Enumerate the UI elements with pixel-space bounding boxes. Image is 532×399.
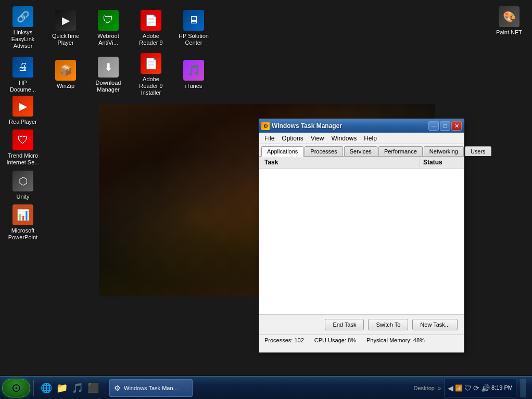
taskbar-app-icon: ⚙ xyxy=(114,384,121,392)
download-manager-icon: ⬇ xyxy=(98,57,119,78)
linksys-label: Linksys EasyLink Advisor xyxy=(6,29,40,50)
end-task-button[interactable]: End Task xyxy=(325,319,364,330)
new-task-button[interactable]: New Task... xyxy=(412,319,458,330)
menu-windows[interactable]: Windows xyxy=(328,134,360,143)
close-button[interactable]: ✕ xyxy=(451,121,462,131)
menu-help[interactable]: Help xyxy=(361,134,380,143)
tray-volume-icon[interactable]: 🔊 xyxy=(481,384,490,392)
start-orb: ⊙ xyxy=(11,381,21,395)
winzip-icon: 📦 xyxy=(55,60,76,81)
desktop-icon-linksys[interactable]: 🔗 Linksys EasyLink Advisor xyxy=(4,4,42,52)
adobe9-installer-icon: 📄 xyxy=(141,53,161,74)
taskbar-explorer-icon[interactable]: 📁 xyxy=(55,381,69,395)
maximize-button[interactable]: □ xyxy=(440,121,450,131)
task-table-header: Task Status xyxy=(259,157,464,169)
desktop-icon-trendmicro[interactable]: 🛡 Trend Micro Internet Se... xyxy=(4,127,42,168)
trendmicro-label: Trend Micro Internet Se... xyxy=(6,152,40,166)
desktop-icon-quicktime[interactable]: ▶ QuickTime Player xyxy=(47,4,84,52)
paint-net-label: Paint.NET xyxy=(496,29,522,36)
adobe9-installer-label: Adobe Reader 9 Installer xyxy=(134,76,168,97)
desktop-icons-row1: 🔗 Linksys EasyLink Advisor ▶ QuickTime P… xyxy=(4,4,259,52)
task-manager-titlebar[interactable]: ⚙ Windows Task Manager ─ □ ✕ xyxy=(259,119,464,133)
taskbar-desktop-label[interactable]: Desktop xyxy=(414,385,435,391)
desktop-icon-itunes[interactable]: 🎵 iTunes xyxy=(175,51,212,99)
desktop-icons-row2: 🖨 HP Docume... 📦 WinZip ⬇ Download Manag… xyxy=(4,51,217,99)
task-manager-window: ⚙ Windows Task Manager ─ □ ✕ File Option… xyxy=(259,119,464,353)
task-manager-app-icon: ⚙ xyxy=(261,122,270,130)
desktop-icon-unity[interactable]: ⬡ Unity xyxy=(4,169,42,202)
desktop-icon-powerpoint[interactable]: 📊 Microsoft PowerPoint xyxy=(4,202,42,243)
quicktime-icon: ▶ xyxy=(55,10,76,31)
desktop-icons-col1: ▶ RealPlayer 🛡 Trend Micro Internet Se..… xyxy=(4,94,42,243)
taskbar-chevron[interactable]: » xyxy=(438,385,441,391)
show-desktop-button[interactable] xyxy=(521,379,526,397)
task-manager-title: Windows Task Manager xyxy=(272,122,426,130)
tab-services[interactable]: Services xyxy=(344,146,377,156)
tab-users[interactable]: Users xyxy=(465,146,491,156)
taskbar-app-label: Windows Task Man... xyxy=(124,385,178,391)
desktop-icon-paint-net[interactable]: 🎨 Paint.NET xyxy=(490,4,528,38)
desktop-icon-webroot[interactable]: 🛡 Webroot AntiVi... xyxy=(90,4,127,52)
taskbar-ie-icon[interactable]: 🌐 xyxy=(39,381,54,395)
trendmicro-icon: 🛡 xyxy=(12,130,33,150)
tab-performance[interactable]: Performance xyxy=(378,146,423,156)
system-tray: ◀ 📶 🛡 ⟳ 🔊 8:19 PM xyxy=(444,379,516,397)
taskbar: ⊙ 🌐 📁 🎵 ⬛ ⚙ Windows Task Man... Desktop … xyxy=(0,376,532,399)
quicktime-label: QuickTime Player xyxy=(49,33,82,46)
unity-icon: ⬡ xyxy=(12,171,33,191)
paint-net-icon: 🎨 xyxy=(499,6,520,27)
desktop-icon-adobe-reader[interactable]: 📄 Adobe Reader 9 xyxy=(132,4,170,52)
taskbar-quick-launch: 🌐 📁 🎵 ⬛ xyxy=(37,381,103,395)
processes-count: Processes: 102 xyxy=(264,337,304,343)
tray-arrow-icon[interactable]: ◀ xyxy=(448,384,453,392)
tab-processes[interactable]: Processes xyxy=(305,146,343,156)
tray-network-icon[interactable]: 📶 xyxy=(455,384,463,392)
task-manager-statusbar: Processes: 102 CPU Usage: 8% Physical Me… xyxy=(259,334,464,345)
taskbar-divider-1 xyxy=(33,380,34,396)
window-controls: ─ □ ✕ xyxy=(428,121,462,131)
tab-networking[interactable]: Networking xyxy=(424,146,464,156)
desktop: 🔗 Linksys EasyLink Advisor ▶ QuickTime P… xyxy=(0,0,532,376)
desktop-icon-realplayer[interactable]: ▶ RealPlayer xyxy=(4,94,42,127)
desktop-icon-winzip[interactable]: 📦 WinZip xyxy=(47,51,84,99)
taskbar-task-manager-app[interactable]: ⚙ Windows Task Man... xyxy=(109,379,193,397)
minimize-button[interactable]: ─ xyxy=(428,121,439,131)
realplayer-label: RealPlayer xyxy=(9,119,37,125)
download-manager-label: Download Manager xyxy=(92,80,125,93)
adobe-reader-label: Adobe Reader 9 xyxy=(134,33,168,46)
webroot-icon: 🛡 xyxy=(98,10,119,31)
taskbar-extra-icon[interactable]: ⬛ xyxy=(86,381,100,395)
winzip-label: WinZip xyxy=(57,83,74,89)
task-list[interactable] xyxy=(259,169,464,314)
tray-antivirus-icon[interactable]: 🛡 xyxy=(464,384,472,392)
itunes-label: iTunes xyxy=(185,83,202,89)
tray-update-icon[interactable]: ⟳ xyxy=(473,384,479,392)
powerpoint-label: Microsoft PowerPoint xyxy=(6,227,40,241)
webroot-label: Webroot AntiVi... xyxy=(92,33,125,46)
switch-to-button[interactable]: Switch To xyxy=(368,319,408,330)
desktop-icon-download-manager[interactable]: ⬇ Download Manager xyxy=(90,51,127,99)
hp-solution-label: HP Solution Center xyxy=(177,33,210,46)
system-clock[interactable]: 8:19 PM xyxy=(491,384,513,392)
col-task: Task xyxy=(261,157,420,168)
memory-usage: Physical Memory: 48% xyxy=(366,337,425,343)
desktop-icon-paint-net[interactable] xyxy=(4,4,42,8)
hp-doc-icon: 🖨 xyxy=(12,57,33,78)
taskbar-media-icon[interactable]: 🎵 xyxy=(70,381,85,395)
linksys-icon: 🔗 xyxy=(12,6,33,27)
desktop-icon-adobe9-installer[interactable]: 📄 Adobe Reader 9 Installer xyxy=(132,51,170,99)
desktop-icon-hp-doc[interactable]: 🖨 HP Docume... xyxy=(4,51,42,99)
tab-applications[interactable]: Applications xyxy=(261,146,303,157)
start-button[interactable]: ⊙ xyxy=(2,379,30,397)
realplayer-icon: ▶ xyxy=(12,96,33,117)
cpu-usage: CPU Usage: 8% xyxy=(314,337,356,343)
task-manager-menubar: File Options View Windows Help xyxy=(259,133,464,144)
desktop-icon-hp-solution[interactable]: 🖥 HP Solution Center xyxy=(175,4,212,52)
menu-file[interactable]: File xyxy=(261,134,277,143)
menu-options[interactable]: Options xyxy=(278,134,306,143)
menu-view[interactable]: View xyxy=(308,134,327,143)
task-manager-buttons: End Task Switch To New Task... xyxy=(259,314,464,334)
powerpoint-icon: 📊 xyxy=(12,204,33,225)
taskbar-right: Desktop » ◀ 📶 🛡 ⟳ 🔊 8:19 PM xyxy=(410,379,530,397)
taskbar-divider-2 xyxy=(106,380,106,396)
